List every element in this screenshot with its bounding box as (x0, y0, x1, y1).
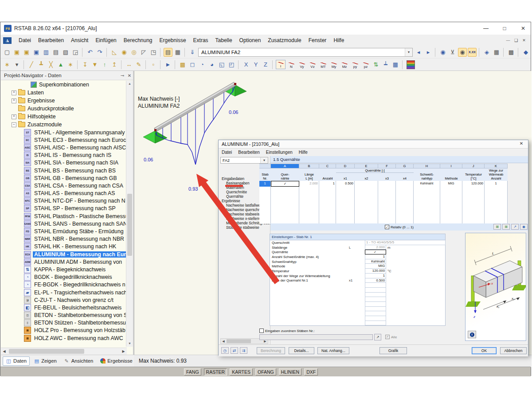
dxf-toggle[interactable]: DXF (304, 368, 318, 376)
tree-item-stahl-hk[interactable]: HK STAHL HK - Bemessung nach HK (1, 243, 127, 250)
cell-x3[interactable] (378, 181, 396, 187)
clipboard-icon[interactable]: ▤ (51, 48, 60, 57)
tree-item-stahl-ermuedung[interactable]: FD STAHL Ermüdung Stäbe - Ermüdung (1, 227, 127, 235)
settings-row[interactable] (270, 302, 445, 307)
cell-methode[interactable]: MIG (440, 181, 462, 187)
connect-icon[interactable]: ▩ (507, 48, 516, 57)
settings-value[interactable] (365, 311, 386, 316)
settings-row[interactable] (270, 321, 445, 326)
menu-tabelle[interactable]: Tabelle (212, 36, 236, 45)
menu-bearbeiten[interactable]: Bearbeiten (35, 36, 67, 45)
tree-item-fe-beul[interactable]: ◧ FE-BEUL - Beulsicherheitsnachweis (1, 304, 127, 311)
result-pz-button[interactable]: pz (361, 60, 371, 69)
zoom-region-icon[interactable]: ◉ (120, 48, 129, 57)
dialog-menu-hilfe[interactable]: Hilfe (296, 150, 311, 155)
visibility-box-icon[interactable]: ▫ (149, 60, 158, 69)
menu-berechnung[interactable]: Berechnung (120, 36, 156, 45)
tree-item-stahl-csa[interactable]: CSA STAHL CSA - Bemessung nach CSA (1, 182, 127, 189)
menu-optionen[interactable]: Optionen (236, 36, 265, 45)
berechnung-button[interactable]: Berechnung (257, 347, 285, 354)
tree-item-stahl-ntc-df[interactable]: NTC STAHL NTC-DF - Bemessung nach N (1, 197, 127, 205)
tree-item-bgdk[interactable]: ◔ BGDK - Biegedrillknicknachweis (1, 274, 127, 281)
settings-value[interactable]: 120.000 (365, 269, 386, 274)
panel-tab-ansichten[interactable]: ✎ Ansichten (61, 356, 97, 366)
result-vz-button[interactable]: Vz (308, 60, 317, 69)
printout-report-icon[interactable]: ▦ (492, 48, 501, 57)
settings-value[interactable]: Kehlnaht (365, 259, 386, 264)
tree-item-stahl-gb[interactable]: GB STAHL GB - Bemessung nach GB (1, 174, 127, 182)
combo-dropdown-icon[interactable]: ▾ (405, 48, 412, 56)
menu-hilfe[interactable]: Hilfe (330, 36, 348, 45)
settings-row[interactable] (270, 288, 445, 293)
modules-icon[interactable]: ◆ (521, 48, 530, 57)
tree-expander-icon[interactable]: − (12, 122, 16, 127)
insert-member-icon[interactable]: ╱ (27, 60, 36, 69)
alle-checkbox[interactable]: ✓ (385, 335, 390, 339)
divide-member-icon[interactable]: ∗ (66, 60, 75, 69)
tables-toggle-icon[interactable]: ▦ (173, 48, 182, 57)
settings-row[interactable] (270, 293, 445, 297)
show-results-icon[interactable]: ◉ (438, 48, 447, 57)
values-display-toggle-icon[interactable]: X.XX (468, 48, 477, 57)
insert-support-icon[interactable]: ┻ (37, 60, 46, 69)
settings-value[interactable]: ✓ (365, 250, 386, 254)
imperfection-icon[interactable]: ↑ (100, 60, 109, 69)
tree-item-beton-stuetzen[interactable]: ▯ BETON Stützen - Stahlbetonbemessu (1, 319, 127, 327)
result-values-icon[interactable]: ⊻ (448, 48, 457, 57)
tree-item-stahl-sia[interactable]: SIA STAHL SIA - Bemessung nach SIA (1, 159, 127, 167)
column-letter-i[interactable]: I (440, 164, 462, 168)
settings-row[interactable]: Lage der Quernaht Nr.1 x1 0.500 (270, 278, 445, 283)
object-snap-toggle[interactable]: OFANG (255, 368, 276, 376)
comment-icon[interactable]: ✎ (134, 60, 143, 69)
settings-row[interactable]: Anzahl Schweißnähte (max. 4) 1 (270, 254, 445, 259)
tree-item-hilfsobjekte[interactable]: + Hilfsobjekte (1, 113, 127, 121)
assign-members-input[interactable] (259, 334, 373, 340)
cell-anzahl[interactable]: 1 (319, 181, 336, 187)
column-letter-c[interactable]: C (319, 164, 336, 168)
result-tables-icon[interactable]: ▦ (391, 60, 400, 69)
settings-value[interactable]: 0.500 (365, 278, 386, 283)
new-file-icon[interactable]: ▢ (3, 48, 12, 57)
settings-value[interactable]: 1 (365, 254, 386, 259)
settings-row[interactable]: Quernähte ✓ (270, 250, 445, 254)
import-table-icon[interactable]: ⊞ (502, 224, 510, 230)
rendering-icon[interactable]: ◈ (482, 48, 491, 57)
details-button[interactable]: Details... (289, 347, 314, 354)
view-y-icon[interactable]: Y (251, 60, 260, 69)
table-row-number[interactable]: 1 (259, 181, 271, 187)
export-table-icon[interactable]: ⊞ (493, 224, 501, 230)
mdi-restore-button[interactable]: ❑ (512, 38, 520, 43)
info-button[interactable]: i (468, 331, 476, 338)
settings-value[interactable] (365, 297, 386, 302)
scroll-left-icon[interactable]: ◀ (1, 348, 8, 355)
settings-row[interactable]: Schweißnahttyp Kehlnaht (270, 259, 445, 264)
settings-row[interactable] (270, 283, 445, 288)
tree-item-stahl-sans[interactable]: SANS STAHL SANS - Bemessung nach SAN (1, 220, 127, 227)
settings-value[interactable] (365, 293, 386, 297)
tree-item-zusatzmodule[interactable]: − Zusatzmodule (1, 121, 127, 129)
display-properties-icon[interactable]: ▩ (178, 60, 187, 69)
open-file-icon[interactable]: ▣ (12, 48, 21, 57)
settings-row[interactable]: Methode MIG (270, 264, 445, 269)
abbrechen-button[interactable]: Abbrechen (500, 347, 527, 354)
set-load-case-icon[interactable]: ⇓ (188, 48, 197, 57)
redo-icon[interactable]: ↷ (95, 48, 104, 57)
settings-row[interactable] (270, 297, 445, 302)
menu-datei[interactable]: Datei (15, 36, 35, 45)
results-display-toggle-icon[interactable]: ◉ (458, 48, 467, 57)
settings-row[interactable] (270, 307, 445, 312)
scroll-left-icon[interactable]: ◀ (221, 339, 226, 344)
relativ-checkbox[interactable]: ✓ (385, 225, 389, 229)
ok-button[interactable]: OK (472, 347, 497, 354)
scroll-right-icon[interactable]: ▶ (120, 348, 127, 355)
load-case-combo[interactable]: ALUMINIUM FA2 ▾ (198, 48, 413, 57)
zoom-window-icon[interactable]: ◻ (188, 60, 197, 69)
tree-item-ergebnisse[interactable]: + Ergebnisse (1, 97, 127, 105)
tree-item-stahl-as[interactable]: AS STAHL AS - Bemessung nach AS (1, 190, 127, 197)
result-diagram-icon[interactable]: ┷ (381, 60, 390, 69)
perspective-view-icon[interactable]: ◰ (227, 60, 236, 69)
save-as-icon[interactable]: ▣ (32, 48, 41, 57)
menu-zusatzmodule[interactable]: Zusatzmodule (264, 36, 305, 45)
tree-item-stahl-nbr[interactable]: NBR STAHL NBR - Bemessung nach NBR (1, 235, 127, 243)
settings-row[interactable]: Anzahl der Wege zur Wärmeableitung 1 (270, 274, 445, 278)
